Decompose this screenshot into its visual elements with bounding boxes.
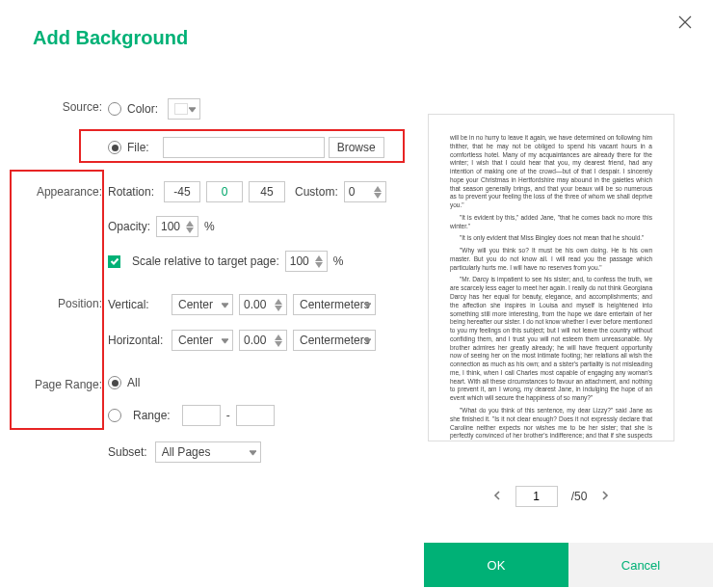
svg-marker-11 (275, 306, 282, 311)
position-label: Position: (31, 297, 102, 310)
vertical-label: Vertical: (108, 298, 166, 311)
ok-button[interactable]: OK (424, 543, 568, 587)
preview-text: will be in no hurry to leave it again, w… (450, 134, 652, 210)
page-next-button[interactable] (600, 490, 610, 503)
chevron-down-icon[interactable] (186, 227, 194, 233)
file-path-input[interactable] (163, 137, 325, 158)
dialog-title: Add Background (33, 27, 188, 49)
svg-marker-12 (364, 304, 371, 307)
page-range-all-label: All (127, 376, 140, 389)
source-file-radio[interactable] (108, 141, 121, 154)
page-range-label: Page Range: (31, 378, 102, 391)
source-color-radio[interactable] (108, 102, 121, 116)
appearance-label: Appearance: (31, 185, 102, 199)
preview-text: "Why will you think so? It must be his o… (450, 247, 652, 272)
browse-button[interactable]: Browse (329, 137, 384, 158)
rotation-0-button[interactable]: 0 (206, 181, 243, 202)
percent-label: % (333, 254, 344, 268)
chevron-down-icon[interactable] (315, 262, 323, 268)
svg-marker-4 (374, 193, 382, 199)
chevron-up-icon[interactable] (374, 186, 382, 192)
chevron-up-icon[interactable] (315, 255, 323, 261)
svg-marker-15 (275, 341, 282, 347)
source-label: Source: (31, 100, 102, 114)
subset-select[interactable]: All Pages (155, 441, 261, 463)
rotation-neg45-button[interactable]: -45 (164, 181, 200, 202)
svg-marker-9 (222, 304, 228, 307)
chevron-up-icon[interactable] (275, 334, 282, 340)
page-total: /50 (571, 490, 588, 503)
svg-marker-8 (315, 262, 323, 268)
percent-label: % (204, 220, 215, 233)
scale-label: Scale relative to target page: (132, 254, 279, 268)
page-prev-button[interactable] (492, 490, 502, 503)
svg-marker-13 (222, 339, 228, 343)
page-range-all-radio[interactable] (108, 376, 121, 389)
page-range-range-label: Range: (133, 409, 171, 422)
opacity-label: Opacity: (108, 220, 150, 233)
vertical-unit-select[interactable]: Centermeters (293, 294, 376, 315)
horizontal-unit-select[interactable]: Centermeters (293, 330, 376, 351)
cancel-button[interactable]: Cancel (568, 543, 713, 587)
chevron-down-icon[interactable] (275, 306, 282, 311)
vertical-align-select[interactable]: Center (172, 294, 233, 315)
rotation-custom-input[interactable]: 0 (344, 181, 386, 202)
subset-label: Subset: (108, 445, 147, 459)
opacity-input[interactable]: 100 (156, 216, 198, 237)
svg-marker-14 (275, 334, 282, 340)
range-to-input[interactable] (236, 405, 275, 426)
horizontal-label: Horizontal: (108, 334, 166, 347)
page-range-range-radio[interactable] (108, 409, 121, 422)
source-file-label: File: (127, 141, 149, 154)
svg-marker-10 (275, 299, 282, 305)
svg-marker-17 (250, 451, 256, 455)
source-color-label: Color: (127, 102, 158, 116)
preview-pane: will be in no hurry to leave it again, w… (428, 114, 674, 441)
svg-marker-6 (186, 227, 194, 233)
preview-text: "It is only evident that Miss Bingley do… (450, 234, 652, 243)
scale-input[interactable]: 100 (285, 251, 328, 272)
preview-text: "It is evident by this," added Jane, "th… (450, 214, 652, 231)
custom-label: Custom: (295, 185, 338, 199)
color-picker[interactable] (168, 98, 200, 120)
range-from-input[interactable] (182, 405, 221, 426)
chevron-down-icon[interactable] (275, 341, 282, 347)
horizontal-align-select[interactable]: Center (172, 330, 233, 351)
svg-marker-5 (186, 221, 194, 227)
vertical-offset-input[interactable]: 0.00 (239, 294, 287, 315)
chevron-down-icon[interactable] (374, 193, 382, 199)
rotation-label: Rotation: (108, 185, 154, 199)
scale-checkbox[interactable] (108, 255, 120, 268)
chevron-up-icon[interactable] (275, 299, 282, 305)
svg-marker-7 (315, 255, 323, 261)
chevron-up-icon[interactable] (186, 221, 194, 227)
preview-text: "Mr. Darcy is impatient to see his siste… (450, 276, 652, 402)
svg-marker-2 (189, 108, 196, 112)
close-icon[interactable] (678, 15, 692, 32)
horizontal-offset-input[interactable]: 0.00 (239, 330, 287, 351)
preview-text: "What do you think of this sentence, my … (450, 407, 652, 441)
svg-marker-3 (374, 186, 382, 192)
range-dash: - (226, 409, 230, 422)
svg-marker-16 (364, 339, 371, 343)
page-number-input[interactable] (515, 486, 558, 507)
rotation-45-button[interactable]: 45 (249, 181, 285, 202)
